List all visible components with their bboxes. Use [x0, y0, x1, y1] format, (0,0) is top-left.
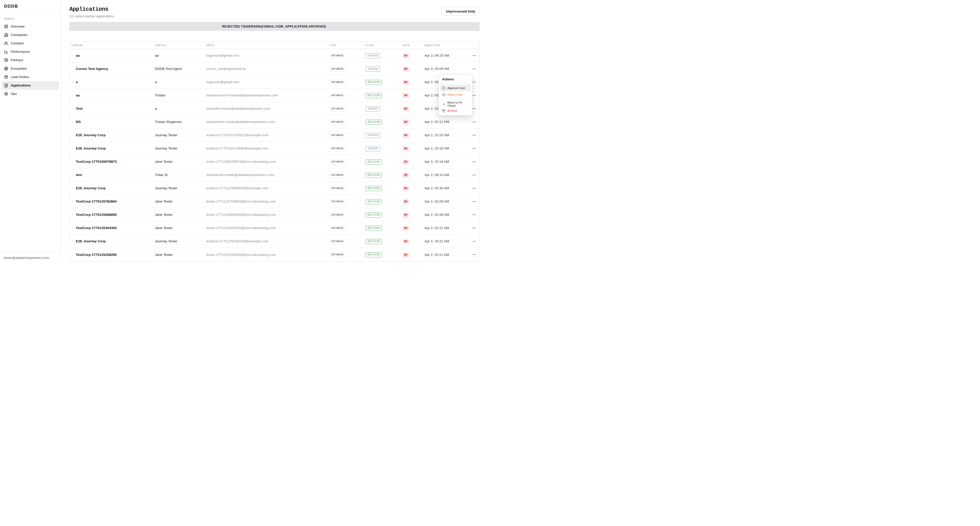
- company-name: TestCorp-1775150078873: [76, 160, 117, 164]
- table-row[interactable]: aatsigerson@gmail.comDATABASEDECISIONNOA…: [70, 76, 479, 89]
- row-actions-button[interactable]: [472, 226, 477, 230]
- email-cell: tsigerson@gmail.com: [206, 80, 329, 84]
- submitted-cell: Apr 2, 03:30 AM: [425, 186, 465, 190]
- contact-cell: Tristan: [155, 93, 206, 97]
- table-row[interactable]: E2E Journey CorpJourney Testere2etest+17…: [70, 182, 479, 195]
- company-cell: TestCorp-1775125304355: [70, 226, 155, 230]
- table-row[interactable]: E2E Journey CorpJourney Testere2etest+17…: [70, 142, 479, 155]
- table-row[interactable]: TestCorp-1775125304355Jane Testertester-…: [70, 221, 479, 235]
- company-cell: TestCorp-1775150078873: [70, 160, 155, 164]
- chevron-right-icon: [71, 200, 74, 203]
- row-actions-button[interactable]: [472, 119, 477, 124]
- archive-icon: [442, 109, 445, 113]
- row-actions-button[interactable]: [472, 79, 477, 85]
- unprocessed-only-button[interactable]: Unprocessed Only: [442, 7, 479, 16]
- gate-cell: NO: [403, 225, 425, 230]
- row-actions-button[interactable]: [472, 146, 477, 151]
- type-cell: DATABASE: [329, 186, 366, 191]
- ellipsis-icon: [472, 186, 476, 190]
- row-actions-button[interactable]: [472, 252, 477, 257]
- type-badge: DATABASE: [329, 252, 345, 257]
- table-row[interactable]: Cursor Test AgencyDDDB Test Agentcursor_…: [70, 62, 479, 76]
- row-actions-button[interactable]: [472, 106, 477, 111]
- sidebar-item-performance[interactable]: Performance: [2, 48, 59, 56]
- layout-dashboard-icon: [4, 24, 8, 29]
- table-row[interactable]: TestCorp-1775125783864Jane Testertester-…: [70, 195, 479, 208]
- menu-item-move-to-fit-check[interactable]: Move to Fit Check: [440, 101, 471, 107]
- stage-cell: DECISION: [366, 225, 403, 231]
- gate-badge: NO: [403, 146, 409, 151]
- chevron-right-icon: [71, 94, 74, 97]
- row-actions-button[interactable]: [472, 186, 477, 191]
- ellipsis-icon: [472, 253, 476, 257]
- table-row[interactable]: TestCorp-1775150078873Jane Testertester-…: [70, 155, 479, 168]
- table-row[interactable]: TestCorp-1775125258260Jane Testertester-…: [70, 248, 479, 261]
- email-cell: tristantttt+tristan@datadrivenpartners.c…: [206, 106, 329, 110]
- row-actions-button[interactable]: [472, 199, 477, 204]
- table-row[interactable]: E2E Journey CorpJourney Testere2etest+17…: [70, 129, 479, 142]
- row-actions-button[interactable]: [472, 93, 477, 98]
- sidebar-item-applications[interactable]: Applications: [2, 81, 59, 89]
- gate-badge: NO: [403, 67, 409, 72]
- handshake-icon: [4, 58, 8, 62]
- status-banner: REJECTED TSIGERSON@GMAIL.COM. APPLICATIO…: [69, 22, 479, 31]
- gate-cell: NO: [403, 106, 425, 111]
- gate-cell: NO: [403, 92, 425, 98]
- company-cell: Cursor Test Agency: [70, 67, 155, 71]
- stage-cell: DECISION: [366, 199, 403, 204]
- type-badge: DATABASE: [329, 133, 345, 138]
- company-name: TestCorp-1775125586850: [76, 213, 117, 216]
- contact-cell: a: [155, 80, 206, 84]
- table-row[interactable]: aaTristantristannnnnnn+tristan@datadrive…: [70, 89, 479, 102]
- table-row[interactable]: Testatristantttt+tristan@datadrivenpartn…: [70, 102, 479, 115]
- chevron-right-icon: [71, 121, 74, 123]
- table-row[interactable]: DDTristan SIsgersontristantestttt+trista…: [70, 115, 479, 129]
- sidebar-item-label: Lead Orders: [11, 75, 29, 79]
- column-header-stage: STAGE: [366, 44, 403, 47]
- logout-button[interactable]: [56, 257, 57, 258]
- type-cell: DATABASE: [329, 66, 366, 72]
- table-row[interactable]: testTritan Sitristantesttt+tristan@datad…: [70, 168, 479, 182]
- gate-cell: NO: [403, 172, 425, 178]
- table-body: aaaatsigerson@gmail.comDATABASEINBOUNDNO…: [70, 49, 479, 261]
- gate-badge: NO: [403, 173, 409, 178]
- type-cell: DATABASE: [329, 212, 366, 218]
- submitted-cell: Apr 3, 09:25 AM: [425, 54, 465, 57]
- sidebar-item-companies[interactable]: Companies: [2, 30, 59, 39]
- company-name: Cursor Test Agency: [76, 67, 108, 71]
- user-email: tristan@datadrivenpartners.com: [3, 256, 49, 260]
- chart-column-icon: [4, 50, 8, 54]
- row-actions-button[interactable]: [472, 212, 477, 217]
- menu-item-approve-user[interactable]: Approve User: [440, 85, 471, 91]
- row-actions-button[interactable]: [472, 53, 477, 58]
- sidebar-item-ecosystem[interactable]: Ecosystem: [2, 64, 59, 73]
- gate-badge: NO: [403, 80, 409, 85]
- sidebar-item-ops[interactable]: Ops: [2, 89, 59, 98]
- menu-item-label: Approve User: [447, 86, 465, 89]
- table-row[interactable]: E2E Journey CorpJourney Testere2etest+17…: [70, 235, 479, 248]
- gate-badge: NO: [403, 239, 409, 244]
- gate-cell: NO: [403, 53, 425, 58]
- sidebar-item-contacts[interactable]: Contacts: [2, 39, 59, 48]
- row-actions-button[interactable]: [472, 172, 477, 178]
- table-row[interactable]: aaaatsigerson@gmail.comDATABASEINBOUNDNO…: [70, 49, 479, 62]
- ellipsis-icon: [472, 120, 476, 124]
- email-cell: tester-1775150078873@test-onboarding.com: [206, 160, 329, 164]
- menu-item-archive[interactable]: Archive: [440, 107, 471, 114]
- sidebar-item-label: Performance: [11, 50, 30, 54]
- row-actions-button[interactable]: [472, 159, 477, 164]
- actions-cell: [465, 53, 479, 58]
- contact-cell: Jane Tester: [155, 226, 206, 230]
- sidebar-item-partners[interactable]: Partners: [2, 56, 59, 64]
- submitted-cell: Apr 2, 03:29 AM: [425, 199, 465, 203]
- email-cell: e2etest+1775125258259@example.com: [206, 239, 329, 243]
- row-actions-button[interactable]: [472, 239, 477, 244]
- sidebar-item-lead-orders[interactable]: Lead Orders: [2, 73, 59, 81]
- row-actions-button[interactable]: [472, 133, 477, 138]
- menu-item-reject-user[interactable]: Reject User: [440, 91, 471, 98]
- row-actions-button[interactable]: [472, 66, 477, 72]
- sidebar-item-overview[interactable]: Overview: [2, 22, 59, 30]
- gate-cell: NO: [403, 186, 425, 191]
- table-row[interactable]: TestCorp-1775125586850Jane Testertester-…: [70, 208, 479, 221]
- gate-badge: NO: [403, 93, 409, 98]
